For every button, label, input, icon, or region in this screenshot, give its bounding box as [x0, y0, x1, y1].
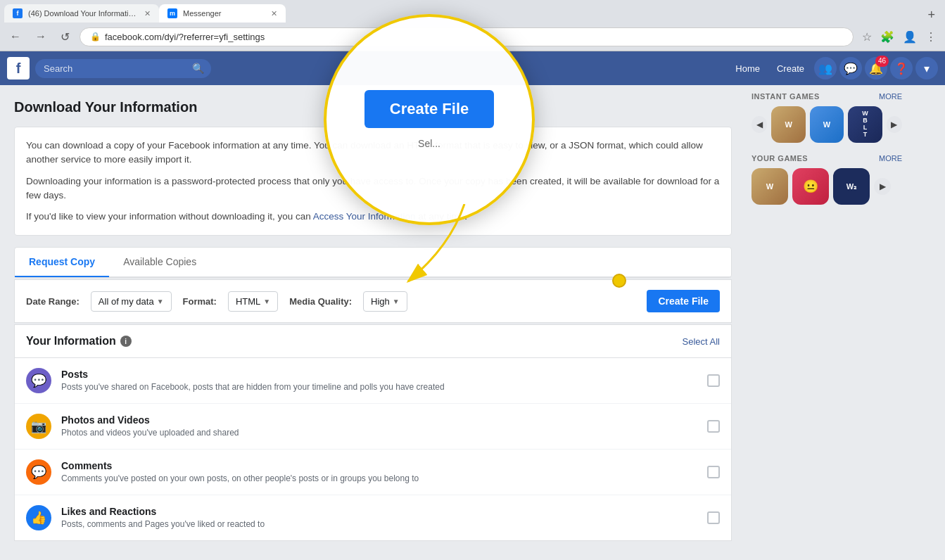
games-prev-button[interactable]: ◀: [751, 116, 767, 133]
browser-chrome: f (46) Download Your Informatio... ✕ m M…: [0, 0, 945, 51]
posts-checkbox[interactable]: [707, 374, 720, 387]
list-item: 📷 Photos and Videos Photos and videos yo…: [15, 404, 731, 450]
date-range-value: All of my data: [99, 296, 154, 307]
format-arrow-icon: ▼: [263, 298, 270, 305]
menu-button[interactable]: ▾: [915, 57, 938, 79]
your-game-icon-1[interactable]: W: [751, 168, 788, 205]
list-item: 💬 Posts Posts you've shared on Facebook,…: [15, 358, 731, 404]
media-quality-label: Media Quality:: [289, 296, 352, 307]
create-link[interactable]: Create: [770, 58, 811, 79]
facebook-logo: f: [7, 57, 30, 79]
tab-title-2: Messenger: [183, 9, 265, 18]
info-para-3: If you'd like to view your information w…: [26, 210, 720, 224]
your-game-icon-2[interactable]: 😐: [792, 168, 829, 205]
format-dropdown[interactable]: HTML ▼: [228, 291, 278, 312]
browser-tab-1[interactable]: f (46) Download Your Informatio... ✕: [4, 4, 159, 23]
tab-request-copy[interactable]: Request Copy: [15, 248, 109, 277]
your-games-label: YOUR GAMES: [751, 154, 808, 163]
right-sidebar: INSTANT GAMES MORE ◀ W W WBLT ▶ YOUR GAM…: [746, 85, 908, 560]
tabs-header: Request Copy Available Copies: [15, 248, 731, 277]
format-label: Format:: [183, 296, 217, 307]
comments-desc: Comments you've posted on your own posts…: [61, 473, 697, 485]
format-value: HTML: [236, 296, 260, 307]
photos-desc: Photos and videos you've uploaded and sh…: [61, 427, 697, 439]
star-button[interactable]: ☆: [859, 27, 875, 46]
media-quality-value: High: [371, 296, 390, 307]
photos-checkbox[interactable]: [707, 420, 720, 433]
create-file-button[interactable]: Create File: [647, 290, 720, 312]
tab-available-copies[interactable]: Available Copies: [109, 248, 210, 276]
extensions-button[interactable]: 🧩: [877, 27, 897, 46]
profile-button[interactable]: 👤: [900, 27, 920, 46]
comments-text: Comments Comments you've posted on your …: [61, 460, 697, 485]
home-link[interactable]: Home: [728, 58, 767, 79]
your-games-list: W 😐 W₂ ▶: [751, 168, 902, 205]
help-button[interactable]: ❓: [890, 57, 913, 79]
tab-close-2[interactable]: ✕: [271, 9, 277, 18]
page-title: Download Your Information: [14, 99, 732, 115]
game-icon-1[interactable]: W: [771, 106, 805, 143]
game-icon-3[interactable]: WBLT: [848, 106, 882, 143]
likes-title: Likes and Reactions: [61, 506, 697, 517]
messenger-button[interactable]: 💬: [839, 57, 862, 79]
games-next-button[interactable]: ▶: [887, 116, 902, 133]
instant-games-header: INSTANT GAMES MORE: [751, 92, 902, 101]
address-bar-actions: ☆ 🧩 👤 ⋮: [859, 27, 939, 46]
your-information-title: Your Information i: [26, 335, 132, 348]
game-icon-2[interactable]: W: [810, 106, 844, 143]
likes-text: Likes and Reactions Posts, comments and …: [61, 506, 697, 530]
media-quality-dropdown[interactable]: High ▼: [363, 291, 407, 312]
photos-icon: 📷: [26, 414, 51, 439]
info-para-1: You can download a copy of your Facebook…: [26, 139, 720, 167]
your-information-header: Your Information i Select All: [15, 325, 731, 358]
instant-games-list: ◀ W W WBLT ▶: [751, 106, 902, 143]
tab-close-1[interactable]: ✕: [144, 9, 151, 18]
likes-desc: Posts, comments and Pages you've liked o…: [61, 518, 697, 530]
page-layout: Download Your Information You can downlo…: [0, 85, 945, 560]
date-range-dropdown[interactable]: All of my data ▼: [91, 291, 172, 312]
select-all-link[interactable]: Select All: [683, 336, 720, 347]
likes-icon: 👍: [26, 505, 51, 530]
comments-icon: 💬: [26, 459, 51, 485]
refresh-button[interactable]: ↺: [56, 27, 74, 46]
address-bar[interactable]: 🔒 facebook.com/dyi/?referrer=yfi_setting…: [80, 27, 854, 46]
photos-title: Photos and Videos: [61, 414, 697, 426]
tab-favicon-2: m: [167, 8, 177, 18]
settings-button[interactable]: ⋮: [922, 27, 939, 46]
info-para-2: Downloading your information is a passwo…: [26, 174, 720, 203]
your-games-next-button[interactable]: ▶: [874, 178, 891, 195]
back-button[interactable]: ←: [6, 27, 25, 46]
posts-title: Posts: [61, 369, 697, 380]
your-games-header: YOUR GAMES MORE: [751, 154, 902, 163]
search-wrapper: 🔍: [35, 59, 211, 78]
url-text: facebook.com/dyi/?referrer=yfi_settings: [105, 32, 843, 42]
info-box: You can download a copy of your Facebook…: [14, 127, 732, 236]
browser-tab-2[interactable]: m Messenger ✕: [159, 4, 286, 23]
likes-checkbox[interactable]: [707, 511, 720, 524]
access-info-link[interactable]: Access Your Information: [313, 211, 416, 222]
photos-text: Photos and Videos Photos and videos you'…: [61, 414, 697, 439]
posts-desc: Posts you've shared on Facebook, posts t…: [61, 381, 697, 393]
instant-games-more-link[interactable]: MORE: [879, 92, 902, 101]
search-icon: 🔍: [192, 63, 204, 74]
instant-games-label: INSTANT GAMES: [751, 92, 820, 101]
search-input[interactable]: [35, 59, 211, 78]
comments-checkbox[interactable]: [707, 466, 720, 478]
forward-button[interactable]: →: [31, 27, 51, 46]
posts-icon: 💬: [26, 368, 51, 393]
info-tooltip-icon: i: [120, 336, 132, 347]
new-tab-button[interactable]: +: [922, 8, 941, 23]
nav-links: Home Create 👥 💬 🔔 46 ❓ ▾: [728, 57, 938, 79]
your-games-more-link[interactable]: MORE: [879, 154, 902, 163]
list-item: 💬 Comments Comments you've posted on you…: [15, 450, 731, 495]
your-game-icon-3[interactable]: W₂: [833, 168, 870, 205]
browser-tabs: f (46) Download Your Informatio... ✕ m M…: [0, 0, 945, 23]
tabs-section: Request Copy Available Copies: [14, 247, 732, 278]
notifications-button[interactable]: 🔔 46: [865, 57, 887, 79]
list-item: 👍 Likes and Reactions Posts, comments an…: [15, 495, 731, 540]
main-content: Download Your Information You can downlo…: [0, 85, 746, 560]
date-range-label: Date Range:: [26, 296, 80, 307]
media-quality-arrow-icon: ▼: [393, 298, 400, 305]
friends-button[interactable]: 👥: [814, 57, 837, 79]
facebook-navbar: f 🔍 Home Create 👥 💬 🔔 46 ❓ ▾: [0, 51, 945, 85]
